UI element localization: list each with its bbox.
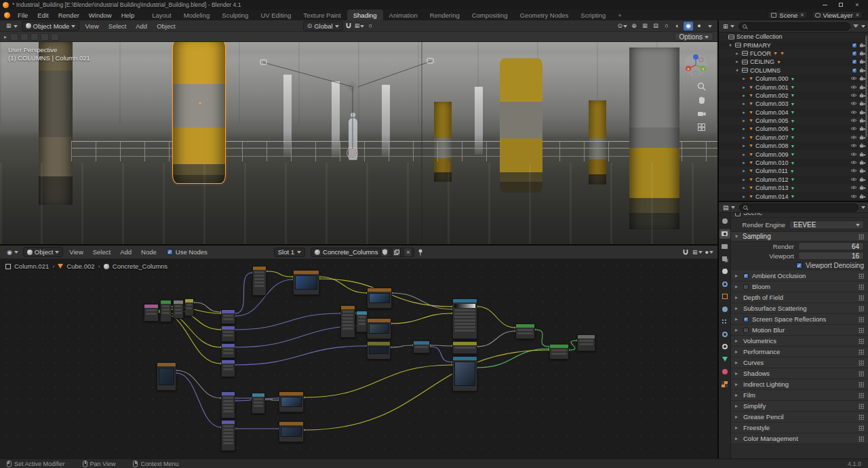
snap-magnet-icon[interactable] [344,22,353,31]
outliner-item-label[interactable]: COLUMNS [750,67,781,74]
outliner-row-column-013[interactable]: ▸▼Column.013▼ [719,184,868,192]
workspace-tab-animation[interactable]: Animation [383,9,424,20]
shader-node[interactable] [413,340,430,353]
zoom-icon[interactable] [696,81,707,92]
transform-orientation[interactable]: ⊙ Global [303,21,343,31]
disable-render-icon[interactable] [859,168,866,174]
breadcrumb-item[interactable]: Concrete_Columns [113,262,167,270]
tool-cursor-icon[interactable] [41,33,49,41]
bloom-checkbox[interactable] [743,284,749,290]
outliner-item-label[interactable]: Column.003 [755,100,789,107]
shader-node[interactable] [252,266,267,296]
shader-node[interactable] [221,420,235,451]
editor-type-button[interactable]: ⊞ [3,22,21,31]
ambient-occlusion-checkbox[interactable]: ✓ [743,273,749,279]
shader-node[interactable] [515,324,535,339]
properties-tab-physics[interactable] [719,330,730,339]
properties-tab-render[interactable] [719,229,730,239]
properties-tab-material[interactable] [719,367,730,376]
panel-freestyle[interactable]: ▸Freestyle [731,423,868,433]
viewport-menu-object[interactable]: Object [152,22,180,30]
outliner-item-label[interactable]: Column.008 [755,142,789,149]
shader-node[interactable] [577,334,595,351]
properties-search-input[interactable] [739,203,859,212]
outliner-item-label[interactable]: Column.000 [755,75,789,82]
shader-menu-add[interactable]: Add [115,248,136,256]
outliner-row-column-006[interactable]: ▸▼Column.006▼ [719,125,868,133]
disclosure-caret-icon[interactable]: ▸ [734,51,740,56]
menu-window[interactable]: Window [84,9,117,20]
panel-performance[interactable]: ▸Performance [731,347,868,357]
shader-node[interactable] [160,300,172,322]
shader-node[interactable] [367,288,392,309]
panel-drag-icon[interactable] [859,404,864,409]
workspace-tab-[interactable]: + [612,9,628,20]
panel-drag-icon[interactable] [859,273,864,279]
panel-drag-icon[interactable] [859,414,864,420]
close-button[interactable]: × [853,1,861,8]
outliner-display-mode[interactable]: ⊞ [722,22,736,30]
outliner-row-column-010[interactable]: ▸▼Column.010▼ [719,159,868,167]
panel-motion-blur[interactable]: ▸Motion Blur [731,325,868,336]
selected-column[interactable] [173,42,225,183]
disable-render-icon[interactable] [859,142,866,149]
fake-user-icon[interactable] [380,248,389,257]
disclosure-caret-icon[interactable]: ▸ [734,59,740,64]
properties-tab-constraints[interactable] [719,342,730,351]
tool-select-lasso-icon[interactable] [31,33,39,41]
mode-selector[interactable]: Object Mode [22,21,80,31]
properties-tab-modifiers[interactable] [719,305,730,314]
outliner-row-column-001[interactable]: ▸▼Column.001▼ [719,83,868,91]
pan-hand-icon[interactable] [696,95,707,105]
workspace-tab-sculpting[interactable]: Sculpting [216,9,254,20]
scene-selector[interactable]: Scene × [768,11,807,19]
shader-node[interactable] [356,311,368,332]
breadcrumb-item[interactable]: Cube.002 [66,262,94,270]
disclosure-caret-icon[interactable]: ▾ [728,43,733,48]
outliner-row-columns[interactable]: ▾COLUMNS✓ [719,66,868,75]
panel-shadows[interactable]: ▸Shadows [731,368,868,379]
shader-node[interactable] [367,318,391,339]
panel-indirect-lighting[interactable]: ▸Indirect Lighting [731,379,868,390]
disclosure-caret-icon[interactable]: ▸ [741,126,747,132]
properties-tab-object-data[interactable] [719,355,730,364]
disable-render-icon[interactable] [859,159,866,166]
filter-icon[interactable] [853,24,859,28]
shader-node[interactable] [293,270,319,295]
collection-checkbox[interactable]: ✓ [852,59,857,64]
shader-node[interactable] [367,341,391,359]
shader-node[interactable] [279,421,304,442]
panel-drag-icon[interactable] [859,382,864,387]
properties-tab-active-tool[interactable] [719,216,730,226]
outliner-item-label[interactable]: Column.004 [755,109,789,116]
panel-drag-icon[interactable] [859,349,864,355]
panel-screen-space-reflections[interactable]: ▸✓Screen Space Reflections [731,314,868,325]
outliner-item-label[interactable]: PRIMARY [743,42,771,49]
snap-magnet-icon[interactable] [681,248,690,256]
outliner-search-input[interactable] [738,22,850,31]
outliner-item-label[interactable]: Column.014 [755,193,789,200]
panel-drag-icon[interactable] [859,425,864,431]
unlink-material-icon[interactable]: × [403,248,412,257]
overlay-dropdown[interactable]: ⊞ [692,248,703,256]
shading-solid-button[interactable]: ◐ [673,22,682,31]
disable-render-icon[interactable] [859,184,866,191]
viewport-samples-field[interactable]: 16 [798,252,864,260]
hide-viewport-icon[interactable] [850,117,857,124]
tool-select-circle-icon[interactable] [20,33,28,41]
outliner-row-column-012[interactable]: ▸▼Column.012▼ [719,176,868,184]
panel-drag-icon[interactable] [859,317,864,322]
properties-tab-output[interactable] [719,241,730,251]
disclosure-caret-icon[interactable]: ▸ [741,118,747,123]
outliner-row-column-002[interactable]: ▸▼Column.002▼ [719,92,868,100]
viewport-denoising-row[interactable]: ✓ Viewport Denoising [731,260,868,271]
collection-checkbox[interactable]: ✓ [852,43,857,48]
hide-viewport-icon[interactable] [850,168,857,174]
material-selector[interactable]: Concrete_Columns × [311,248,414,257]
copy-material-icon[interactable] [392,248,401,257]
outliner-row-column-003[interactable]: ▸▼Column.003▼ [719,100,868,108]
menu-render[interactable]: Render [54,9,84,20]
workspace-tab-modeling[interactable]: Modeling [178,9,216,20]
panel-ambient-occlusion[interactable]: ▸✓Ambient Occlusion [731,271,868,281]
shader-node[interactable] [184,298,194,316]
